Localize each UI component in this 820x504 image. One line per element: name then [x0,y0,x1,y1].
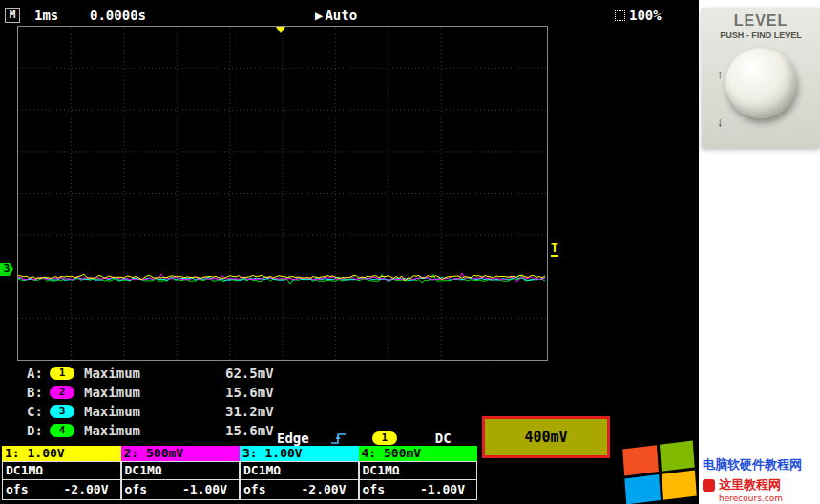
measurement-type-label: Maximum [84,385,225,400]
channel4-offset-row: ofs -1.00V [359,479,478,500]
memory-mode-badge: M [5,8,20,23]
channel1-coupling-label: DC1MΩ [2,461,121,479]
status-bar: M 1ms 0.0000s ▶ Auto 100% [0,7,699,25]
waveform-traces [18,27,547,360]
channel4-coupling-label: DC1MΩ [359,461,478,479]
channel3-ground-marker: 3 [0,262,13,276]
windows-logo-blue-pane [624,474,660,504]
channel3-scale-button[interactable]: 3: 1.00V [240,446,359,461]
waveform-grid [17,26,548,361]
trigger-level-marker: T [551,241,558,257]
arrow-up-icon: ↑ [717,67,724,81]
channel2-badge: 2 [50,386,74,399]
windows-logo-red-pane [622,445,658,475]
windows-logo-green-pane [659,441,694,472]
level-label: LEVEL [702,12,820,30]
channel3-column: 3: 1.00V DC1MΩ ofs -2.00V [240,446,359,500]
level-knob[interactable] [725,48,796,118]
channel3-offset-row: ofs -2.00V [240,479,359,500]
horizontal-position-readout: 0.0000s [90,7,146,25]
measurement-list: A: 1 Maximum 62.5mV B: 2 Maximum 15.6mV … [27,366,274,442]
channel2-column: 2: 500mV DC1MΩ ofs -1.00V [121,446,241,500]
channel1-offset-row: ofs -2.00V [2,479,121,500]
watermark-logo-icon [703,479,715,492]
measurement-row: D: 4 Maximum 15.6mV [27,423,274,437]
zoom-icon [615,10,625,21]
measurement-slot-label: A: [27,366,50,381]
channel4-column: 4: 500mV DC1MΩ ofs -1.00V [359,446,478,500]
offset-value: -1.00V [420,480,465,499]
channel2-coupling-label: DC1MΩ [121,461,241,479]
measurement-value: 31.2mV [225,404,274,419]
watermark-brand-line: 这里教程网 [703,476,819,494]
offset-label: ofs [125,480,147,499]
channel4-scale-button[interactable]: 4: 500mV [359,446,478,461]
measurement-value: 62.5mV [225,366,274,381]
channel3-coupling-label: DC1MΩ [240,461,359,479]
offset-label: ofs [6,480,28,499]
acquisition-mode-label: Auto [325,7,357,25]
timebase-readout: 1ms [34,7,58,25]
measurement-type-label: Maximum [84,404,225,419]
measurement-value: 15.6mV [225,423,274,438]
measurement-row: B: 2 Maximum 15.6mV [27,385,274,399]
measurement-type-label: Maximum [84,366,225,381]
measurement-slot-label: D: [27,423,50,438]
measurement-row: A: 1 Maximum 62.5mV [27,366,274,380]
trigger-coupling-label: DC [435,430,452,446]
zoom-readout: 100% [615,7,662,25]
channel1-column: 1: 1.00V DC1MΩ ofs -2.00V [2,446,121,500]
measurement-row: C: 3 Maximum 31.2mV [27,404,274,418]
trigger-position-arrow-icon [276,27,285,33]
offset-label: ofs [243,480,265,499]
trigger-status-row: Edge 1 DC [277,430,452,446]
watermark-site-title: 电脑软硬件教程网 [703,456,819,473]
windows-logo [622,441,697,504]
zoom-level-label: 100% [629,7,662,25]
oscilloscope-screen: M 1ms 0.0000s ▶ Auto 100% T 3 A: 1 Maxim… [0,0,699,504]
channel4-badge: 4 [50,424,74,437]
offset-value: -1.00V [182,480,227,499]
offset-value: -2.00V [302,480,347,499]
trigger-type-label: Edge [277,430,309,446]
rising-edge-icon [330,431,347,445]
measurement-type-label: Maximum [84,423,225,438]
acquisition-status: ▶ Auto [315,7,357,25]
watermark: 电脑软硬件教程网 这里教程网 herecours.com [703,456,819,503]
channel1-badge: 1 [50,367,74,380]
measurement-slot-label: C: [27,404,50,419]
front-panel-level-section: LEVEL PUSH - FIND LEVEL ↑ ↓ [702,8,820,148]
channel2-scale-button[interactable]: 2: 500mV [121,446,241,461]
channel2-offset-row: ofs -1.00V [121,479,241,500]
arrow-down-icon: ↓ [717,115,724,129]
offset-label: ofs [363,480,385,499]
run-icon: ▶ [315,7,323,25]
trigger-level-button[interactable]: 400mV [482,416,610,458]
channel1-scale-button[interactable]: 1: 1.00V [2,446,121,461]
watermark-url: herecours.com [719,494,819,503]
windows-logo-yellow-pane [662,470,697,500]
channel-readout-table: 1: 1.00V DC1MΩ ofs -2.00V 2: 500mV DC1MΩ… [2,446,477,500]
trigger-source-badge: 1 [372,431,397,445]
channel3-badge: 3 [50,405,74,418]
push-find-level-label: PUSH - FIND LEVEL [702,31,820,40]
watermark-brand-name: 这里教程网 [719,476,781,494]
measurement-slot-label: B: [27,385,50,400]
offset-value: -2.00V [64,480,109,499]
measurement-value: 15.6mV [225,385,274,400]
